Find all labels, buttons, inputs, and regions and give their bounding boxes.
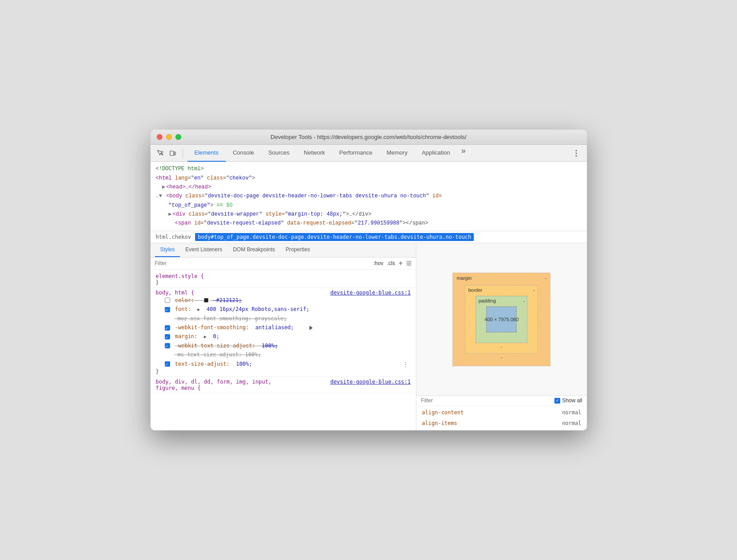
- dom-line-html[interactable]: <html lang="en" class="chekov">: [151, 174, 587, 183]
- css-prop-webkit-text-size[interactable]: -webkit-text-size-adjust: 100%;: [156, 341, 411, 350]
- svg-rect-1: [170, 151, 174, 155]
- window-title: Developer Tools - https://developers.goo…: [271, 134, 467, 140]
- add-style-rule-button[interactable]: +: [399, 259, 403, 267]
- dom-line-head[interactable]: ▶<head>…</head>: [151, 183, 587, 192]
- svg-point-11: [409, 264, 411, 266]
- dom-line-div[interactable]: ▶<div class="devsite-wrapper" style="mar…: [151, 210, 587, 219]
- svg-point-10: [407, 262, 409, 264]
- svg-line-0: [157, 150, 158, 151]
- css-prop-moz[interactable]: -moz-osx-font-smoothing: grayscale;: [156, 314, 411, 323]
- show-all-checkbox[interactable]: [554, 398, 560, 404]
- subtab-styles[interactable]: Styles: [155, 243, 180, 258]
- margin-dash: -: [545, 275, 547, 281]
- rule-selector-body-html[interactable]: body, html {: [156, 290, 195, 296]
- css-prop-text-size-adjust[interactable]: text-size-adjust: 100%; ⋮: [156, 360, 411, 368]
- tab-performance[interactable]: Performance: [332, 145, 379, 162]
- tab-memory[interactable]: Memory: [379, 145, 415, 162]
- css-checkbox-color[interactable]: [165, 298, 170, 303]
- doctype-text: <!DOCTYPE html>: [156, 166, 204, 172]
- computed-prop-name-1: align-content: [422, 409, 464, 417]
- toolbar: Elements Console Sources Network Perform…: [151, 145, 587, 162]
- css-prop-ms[interactable]: -ms-text-size-adjust: 100%;: [156, 350, 411, 359]
- computed-row-align-items[interactable]: align-items normal: [422, 418, 581, 429]
- border-bottom-dash: -: [501, 344, 503, 349]
- styles-panel: Styles Event Listeners DOM Breakpoints P…: [151, 243, 417, 430]
- svg-point-9: [409, 261, 411, 262]
- title-bar: Developer Tools - https://developers.goo…: [151, 130, 587, 145]
- tab-application[interactable]: Application: [415, 145, 457, 162]
- css-checkbox-font[interactable]: [165, 307, 170, 312]
- border-dash: -: [533, 287, 535, 293]
- more-props-button[interactable]: ⋮: [403, 360, 409, 370]
- box-model-diagram: margin - border - padding - 4: [452, 273, 550, 366]
- css-file-link-1[interactable]: devsite-google-blue.css:1: [330, 290, 411, 296]
- subtab-dom-breakpoints[interactable]: DOM Breakpoints: [228, 243, 281, 258]
- font-expand[interactable]: ▶: [197, 307, 200, 312]
- subtab-event-listeners[interactable]: Event Listeners: [180, 243, 228, 258]
- css-prop-webkit-font-smoothing[interactable]: -webkit-font-smoothing: antialiased;: [156, 323, 411, 332]
- class-filter[interactable]: .cls: [387, 260, 395, 266]
- computed-prop-value-2: normal: [562, 419, 581, 428]
- computed-prop-value-1: normal: [562, 409, 581, 417]
- minimize-button[interactable]: [166, 134, 172, 140]
- css-checkbox-margin[interactable]: [165, 334, 170, 339]
- computed-prop-name-2: align-items: [422, 419, 457, 428]
- css-file-link-2[interactable]: devsite-google-blue.css:1: [330, 379, 411, 385]
- pseudo-class-filter[interactable]: :hov: [373, 260, 383, 266]
- tab-network[interactable]: Network: [297, 145, 332, 162]
- breadcrumb-html[interactable]: html.chekov: [156, 234, 191, 240]
- maximize-button[interactable]: [175, 134, 181, 140]
- css-checkbox-text-size[interactable]: [165, 361, 170, 367]
- svg-rect-2: [174, 152, 175, 155]
- dom-line-body-2[interactable]: "top_of_page"> == $0: [151, 201, 587, 210]
- svg-point-4: [575, 152, 577, 154]
- computed-section: Show all align-content normal align-item…: [416, 395, 586, 430]
- svg-point-3: [575, 150, 577, 151]
- tab-elements[interactable]: Elements: [187, 145, 226, 162]
- body-expand-arrow[interactable]: ▼: [159, 193, 162, 199]
- breadcrumb-body[interactable]: body#top_of_page.devsite-doc-page.devsit…: [195, 233, 474, 241]
- css-rule-element-style: element.style { }: [151, 271, 416, 288]
- head-expand-arrow[interactable]: ▶: [162, 184, 165, 190]
- settings-icon: [406, 261, 411, 266]
- styles-filter-bar: :hov .cls +: [151, 258, 416, 270]
- dom-line-span[interactable]: <span id="devsite-request-elapsed" data-…: [151, 219, 587, 228]
- inspect-element-button[interactable]: [155, 148, 166, 159]
- margin-expand[interactable]: ▶: [204, 334, 207, 339]
- padding-top-dash: -: [523, 298, 525, 303]
- margin-bottom-dash: -: [501, 355, 503, 360]
- css-prop-font[interactable]: font: ▶ 400 16px/24px Roboto,sans-serif;: [156, 305, 411, 314]
- devtools-window: Developer Tools - https://developers.goo…: [151, 130, 587, 430]
- dom-line-body[interactable]: …▼ <body class="devsite-doc-page devsite…: [151, 192, 587, 200]
- close-button[interactable]: [157, 134, 163, 140]
- margin-label: margin: [456, 275, 472, 281]
- tab-console[interactable]: Console: [226, 145, 261, 162]
- color-swatch: [204, 298, 208, 302]
- rule-selector-element-style[interactable]: element.style {: [156, 273, 411, 279]
- css-rules-list: element.style { } body, html { devsite-g…: [151, 270, 416, 430]
- toolbar-icon-group: [155, 148, 183, 159]
- devtools-menu-button[interactable]: [570, 147, 582, 159]
- subtab-properties[interactable]: Properties: [281, 243, 316, 258]
- css-checkbox-webkit-font[interactable]: [165, 325, 170, 331]
- styles-filter-input[interactable]: [155, 260, 370, 266]
- breadcrumb-separator: [191, 234, 195, 240]
- css-prop-color[interactable]: color: #212121;: [156, 296, 411, 305]
- css-checkbox-webkit-text[interactable]: [165, 343, 170, 348]
- main-tab-bar: Elements Console Sources Network Perform…: [187, 145, 567, 162]
- computed-row-align-content[interactable]: align-content normal: [422, 408, 581, 418]
- traffic-lights: [157, 134, 181, 140]
- rule-selector-body-div[interactable]: body, div, dl, dd, form, img, input,: [156, 379, 272, 385]
- more-tabs-button[interactable]: »: [457, 145, 470, 157]
- computed-filter-input[interactable]: [421, 397, 551, 404]
- svg-point-5: [575, 155, 577, 156]
- device-mode-button[interactable]: [167, 148, 178, 159]
- div-expand-arrow[interactable]: ▶: [168, 211, 171, 217]
- content-dimensions: 400 × 7975.080: [485, 317, 519, 322]
- tab-sources[interactable]: Sources: [261, 145, 297, 162]
- dom-tree: <!DOCTYPE html> <html lang="en" class="c…: [151, 162, 587, 231]
- dom-line-doctype[interactable]: <!DOCTYPE html>: [151, 164, 587, 173]
- show-all-container: Show all: [554, 397, 582, 404]
- css-prop-margin[interactable]: margin: ▶ 0;: [156, 332, 411, 341]
- breadcrumb-bar: html.chekov body#top_of_page.devsite-doc…: [151, 231, 587, 243]
